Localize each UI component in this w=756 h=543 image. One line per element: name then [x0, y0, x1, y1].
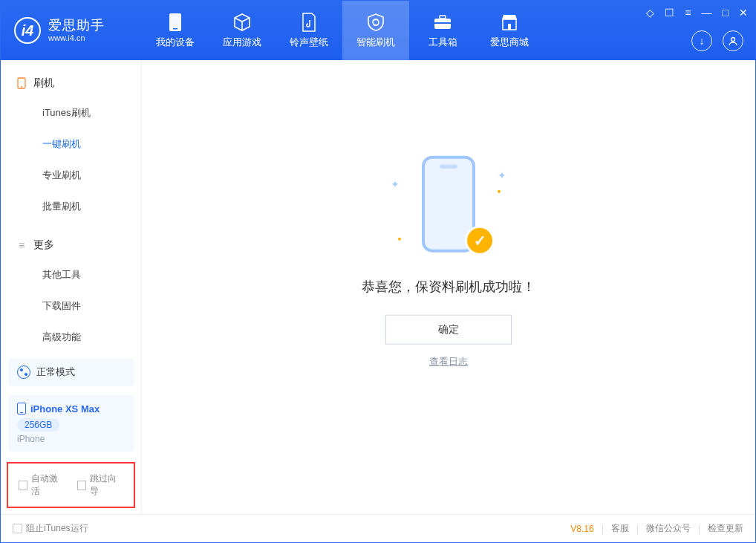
list-icon: ≡	[16, 239, 27, 251]
dot-icon	[498, 189, 501, 192]
sidebar-item-itunes-flash[interactable]: iTunes刷机	[1, 97, 141, 129]
checkbox-block-itunes[interactable]: 阻止iTunes运行	[13, 522, 88, 535]
sidebar: 刷机 iTunes刷机 一键刷机 专业刷机 批量刷机 ≡ 更多 其他工具 下载固…	[1, 60, 142, 514]
skin-icon[interactable]: ◇	[646, 7, 654, 19]
tab-label: 我的设备	[156, 36, 195, 49]
checkbox-icon	[13, 524, 22, 533]
tab-label: 铃声壁纸	[290, 36, 328, 49]
footer-link-wechat[interactable]: 微信公众号	[646, 522, 691, 535]
sidebar-item-batch-flash[interactable]: 批量刷机	[1, 191, 141, 222]
sparkle-icon: ✦	[391, 178, 400, 189]
svg-rect-6	[508, 24, 511, 30]
sidebar-header-label: 刷机	[33, 77, 54, 90]
tab-label: 爱思商城	[490, 36, 529, 49]
main-content: ✦ ✦ ✓ 恭喜您，保资料刷机成功啦！ 确定 查看日志	[142, 60, 755, 514]
sidebar-section-flash: 刷机 iTunes刷机 一键刷机 专业刷机 批量刷机	[1, 60, 141, 222]
tab-ringtone-wallpaper[interactable]: 铃声壁纸	[276, 1, 342, 60]
storage-badge: 256GB	[17, 418, 59, 432]
tabbar: 我的设备 应用游戏 铃声壁纸 智能刷机 工具箱 爱思商城	[142, 1, 543, 60]
window-controls: ◇ ☐ ≡ — □ ✕	[646, 7, 748, 19]
dot-icon	[398, 237, 401, 240]
user-icon[interactable]	[723, 30, 743, 51]
download-icon[interactable]: ↓	[691, 30, 712, 51]
logo-text: 爱思助手 www.i4.cn	[48, 19, 105, 42]
sidebar-item-oneclick-flash[interactable]: 一键刷机	[1, 129, 141, 160]
music-file-icon	[299, 13, 319, 32]
device-mode-card[interactable]: 正常模式	[8, 358, 134, 386]
tab-apps-games[interactable]: 应用游戏	[209, 1, 276, 60]
toolbox-icon	[433, 13, 452, 32]
svg-rect-4	[434, 22, 451, 24]
success-message: 恭喜您，保资料刷机成功啦！	[362, 277, 535, 295]
checkbox-label: 自动激活	[31, 472, 65, 498]
footer-link-service[interactable]: 客服	[611, 522, 629, 535]
ok-button[interactable]: 确定	[385, 314, 512, 344]
tab-my-device[interactable]: 我的设备	[142, 1, 209, 60]
check-circle-icon: ✓	[465, 225, 495, 255]
svg-rect-3	[440, 16, 446, 19]
device-type: iPhone	[17, 434, 125, 444]
version-label: V8.16	[570, 524, 593, 534]
app-subtitle: www.i4.cn	[48, 33, 105, 42]
footer-link-update[interactable]: 检查更新	[708, 522, 743, 535]
logo-icon: i4	[14, 17, 41, 44]
device-name-row: iPhone XS Max	[17, 403, 125, 414]
maximize-button[interactable]: □	[723, 7, 729, 19]
device-icon	[166, 13, 185, 32]
sidebar-item-pro-flash[interactable]: 专业刷机	[1, 160, 141, 191]
footer-right: V8.16 | 客服 | 微信公众号 | 检查更新	[570, 522, 743, 535]
flash-options-row: 自动激活 跳过向导	[7, 462, 135, 508]
sidebar-header-flash: 刷机	[1, 69, 141, 97]
footer: 阻止iTunes运行 V8.16 | 客服 | 微信公众号 | 检查更新	[1, 514, 755, 542]
phone-illustration: ✦ ✦ ✓	[404, 155, 493, 259]
tab-smart-flash[interactable]: 智能刷机	[342, 1, 409, 60]
sidebar-item-advanced[interactable]: 高级功能	[1, 322, 141, 353]
feedback-icon[interactable]: ☐	[665, 7, 674, 19]
phone-icon	[17, 403, 26, 414]
checkbox-skip-guide[interactable]: 跳过向导	[77, 472, 124, 498]
success-panel: ✦ ✦ ✓ 恭喜您，保资料刷机成功啦！ 确定 查看日志	[362, 155, 535, 368]
logo-area: i4 爱思助手 www.i4.cn	[1, 17, 142, 44]
checkbox-label: 跳过向导	[90, 472, 123, 498]
phone-icon	[16, 77, 27, 89]
menu-icon[interactable]: ≡	[685, 7, 691, 19]
device-mode-label: 正常模式	[36, 365, 75, 379]
sidebar-header-label: 更多	[33, 238, 54, 252]
checkbox-auto-activate[interactable]: 自动激活	[19, 472, 65, 498]
minimize-button[interactable]: —	[702, 7, 712, 19]
view-log-link[interactable]: 查看日志	[429, 354, 468, 368]
mode-icon	[17, 365, 30, 379]
svg-point-7	[731, 38, 735, 42]
sidebar-item-download-firmware[interactable]: 下载固件	[1, 290, 141, 322]
svg-point-9	[21, 86, 22, 88]
tab-store[interactable]: 爱思商城	[476, 1, 543, 60]
header-right-icons: ↓	[691, 30, 743, 51]
sparkle-icon: ✦	[498, 169, 506, 181]
sidebar-section-more: ≡ 更多 其他工具 下载固件 高级功能	[1, 222, 141, 353]
tab-label: 工具箱	[428, 36, 457, 49]
sidebar-item-other-tools[interactable]: 其他工具	[1, 259, 141, 290]
store-icon	[500, 13, 519, 32]
checkbox-label: 阻止iTunes运行	[26, 522, 88, 535]
checkbox-icon	[19, 481, 27, 490]
checkbox-icon	[77, 481, 86, 490]
app-header: i4 爱思助手 www.i4.cn 我的设备 应用游戏 铃声壁纸 智能刷机 工具…	[1, 1, 755, 60]
close-button[interactable]: ✕	[739, 7, 748, 19]
tab-label: 智能刷机	[356, 36, 395, 49]
sidebar-header-more: ≡ 更多	[1, 231, 141, 259]
device-card[interactable]: iPhone XS Max 256GB iPhone	[8, 395, 134, 452]
device-name: iPhone XS Max	[30, 403, 100, 414]
app-title: 爱思助手	[48, 19, 105, 33]
tab-label: 应用游戏	[223, 36, 261, 49]
shield-sync-icon	[366, 13, 385, 32]
cube-icon	[232, 13, 252, 32]
app-body: 刷机 iTunes刷机 一键刷机 专业刷机 批量刷机 ≡ 更多 其他工具 下载固…	[1, 60, 755, 514]
tab-toolbox[interactable]: 工具箱	[409, 1, 476, 60]
svg-rect-1	[173, 28, 177, 30]
